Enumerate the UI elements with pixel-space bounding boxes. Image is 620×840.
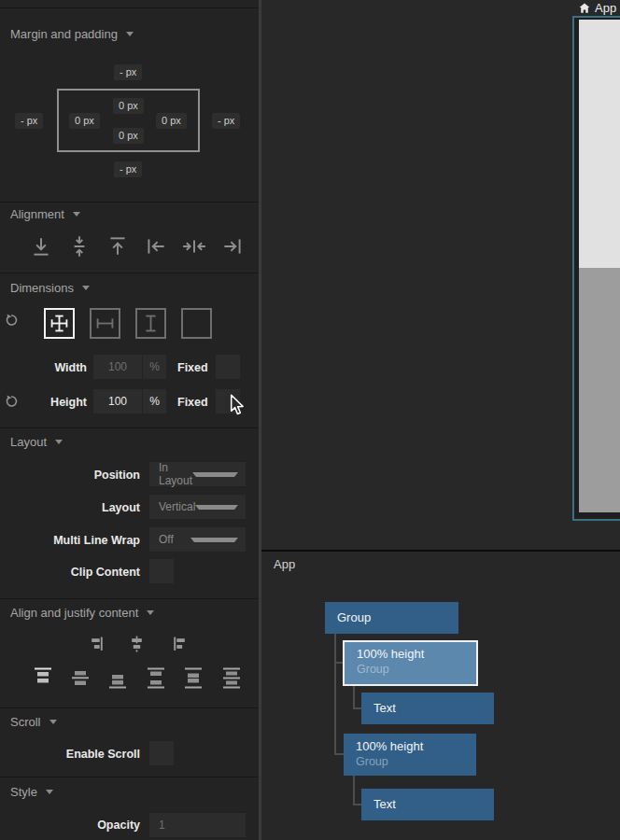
section-header-layout[interactable]: Layout <box>10 435 63 449</box>
node-title: Text <box>361 789 494 819</box>
chevron-down-icon <box>190 538 239 542</box>
section-title: Style <box>10 785 37 799</box>
section-divider <box>0 273 259 273</box>
height-fixed-checkbox[interactable] <box>216 389 240 413</box>
width-fixed-checkbox[interactable] <box>216 355 240 379</box>
width-unit[interactable]: % <box>143 355 166 379</box>
node-subtitle: Group <box>344 754 476 769</box>
chevron-down-icon <box>82 286 90 290</box>
section-header-dimensions[interactable]: Dimensions <box>10 281 90 295</box>
tree-connector <box>334 753 344 755</box>
tree-connector <box>353 707 361 709</box>
content-space-between-icon[interactable] <box>147 667 165 689</box>
position-dropdown[interactable]: In Layout <box>149 462 246 486</box>
tree-node-first-group-selected[interactable]: 100% height Group <box>343 640 478 686</box>
enable-scroll-label: Enable Scroll <box>0 748 140 761</box>
node-title: 100% height <box>345 647 476 662</box>
size-fixed-height-button[interactable] <box>135 308 166 339</box>
section-header-style[interactable]: Style <box>10 785 53 799</box>
chevron-down-icon <box>49 720 57 724</box>
padding-top-field[interactable]: 0 px <box>113 98 144 114</box>
width-fixed-label: Fixed <box>177 361 207 374</box>
align-horizontal-center-icon[interactable] <box>182 234 206 259</box>
justify-items-start-icon[interactable] <box>172 636 188 652</box>
position-value: In Layout <box>149 461 192 487</box>
tree-node-text-2[interactable]: Text <box>361 789 494 820</box>
align-bottom-icon[interactable] <box>29 234 53 259</box>
app-frame[interactable]: First group Second group <box>572 16 620 521</box>
chevron-down-icon <box>126 32 134 36</box>
node-title: Text <box>361 693 494 723</box>
clip-content-label: Clip Content <box>0 566 140 579</box>
section-header-align-justify[interactable]: Align and justify content <box>10 606 154 620</box>
chevron-down-icon <box>73 212 80 217</box>
height-unit[interactable]: % <box>143 389 166 413</box>
section-title: Scroll <box>10 715 41 729</box>
tree-connector <box>334 662 343 664</box>
section-divider <box>0 707 259 708</box>
section-header-scroll[interactable]: Scroll <box>10 715 57 729</box>
content-space-around-icon[interactable] <box>184 667 203 689</box>
opacity-label: Opacity <box>0 819 140 832</box>
padding-bottom-field[interactable]: 0 px <box>113 128 144 144</box>
height-input[interactable]: 100 <box>93 389 142 413</box>
multi-line-wrap-dropdown[interactable]: Off <box>149 527 246 552</box>
properties-panel: Margin and padding - px 0 px 0 px 0 px 0… <box>0 0 259 840</box>
align-right-icon[interactable] <box>220 234 245 259</box>
size-none-button[interactable] <box>181 308 212 339</box>
multi-line-wrap-value: Off <box>149 533 190 546</box>
content-space-evenly-icon[interactable] <box>222 667 241 689</box>
clip-content-checkbox[interactable] <box>149 559 174 583</box>
height-fixed-label: Fixed <box>177 396 207 409</box>
section-divider <box>0 202 259 203</box>
width-input[interactable]: 100 <box>93 355 142 379</box>
content-start-icon[interactable] <box>34 667 52 689</box>
size-fixed-width-button[interactable] <box>90 308 120 339</box>
section-title: Layout <box>10 435 47 449</box>
tree-node-text-1[interactable]: Text <box>361 693 494 724</box>
multi-line-wrap-label: Multi Line Wrap <box>0 534 140 547</box>
margin-left-field[interactable]: - px <box>15 113 43 129</box>
chevron-down-icon <box>192 472 238 477</box>
layout-dropdown[interactable]: Vertical <box>149 495 246 519</box>
frame-name: App <box>595 1 616 15</box>
canvas-first-group[interactable]: First group <box>579 20 620 268</box>
canvas-viewport[interactable]: App First group Second group <box>261 0 620 550</box>
width-label: Width <box>0 361 87 374</box>
justify-items-end-icon[interactable] <box>89 636 105 652</box>
chevron-down-icon <box>46 790 53 794</box>
section-title: Align and justify content <box>10 606 138 620</box>
section-header-alignment[interactable]: Alignment <box>10 207 80 221</box>
align-left-icon[interactable] <box>144 234 168 259</box>
margin-bottom-field[interactable]: - px <box>114 161 142 177</box>
size-fixed-both-button[interactable] <box>44 308 75 339</box>
content-center-icon[interactable] <box>71 667 90 689</box>
canvas-second-group[interactable]: Second group <box>579 268 620 512</box>
section-header-margin-padding[interactable]: Margin and padding <box>10 27 134 41</box>
node-subtitle: Group <box>345 662 476 677</box>
margin-right-field[interactable]: - px <box>212 113 240 129</box>
content-end-icon[interactable] <box>108 667 127 689</box>
design-tool-window: Margin and padding - px 0 px 0 px 0 px 0… <box>0 0 620 840</box>
layout-value: Vertical <box>149 500 195 513</box>
align-top-icon[interactable] <box>106 234 130 259</box>
height-label: Height <box>0 396 87 409</box>
section-title: Dimensions <box>10 281 74 295</box>
reset-size-icon[interactable] <box>5 314 18 327</box>
tree-node-group[interactable]: Group <box>325 602 458 634</box>
opacity-input[interactable]: 1 <box>149 813 246 837</box>
padding-right-field[interactable]: 0 px <box>156 113 187 129</box>
justify-items-center-icon[interactable] <box>129 636 145 652</box>
tree-node-second-group[interactable]: 100% height Group <box>344 734 476 776</box>
enable-scroll-checkbox[interactable] <box>149 741 174 765</box>
chevron-down-icon <box>195 505 238 510</box>
tree-connector <box>353 776 355 805</box>
padding-left-field[interactable]: 0 px <box>69 113 100 129</box>
align-vertical-center-icon[interactable] <box>67 234 92 259</box>
section-title: Margin and padding <box>10 27 118 41</box>
margin-top-field[interactable]: - px <box>114 64 142 80</box>
frame-breadcrumb[interactable]: App <box>579 1 616 15</box>
chevron-down-icon <box>55 440 63 444</box>
node-title: 100% height <box>344 739 476 754</box>
section-divider <box>0 7 259 8</box>
